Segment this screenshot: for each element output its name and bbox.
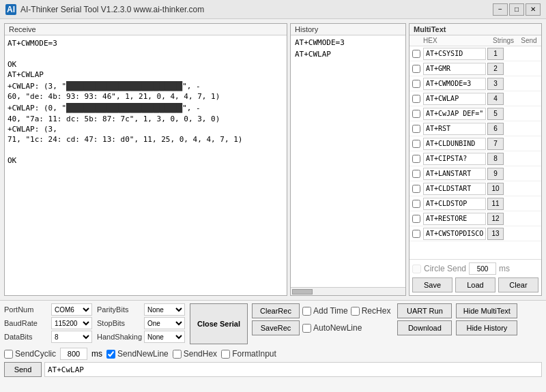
mt-send-btn-1[interactable]: 1 — [487, 48, 504, 60]
scrollbar-thumb — [292, 289, 313, 295]
parity-select[interactable]: None — [144, 303, 185, 316]
multitext-rows: 1 2 3 4 5 — [410, 46, 541, 259]
list-item[interactable]: AT+CWLAP — [292, 48, 404, 60]
mt-send-btn-11[interactable]: 11 — [487, 198, 504, 210]
mt-hex-checkbox-7[interactable] — [412, 140, 420, 148]
history-scrollbar[interactable] — [291, 287, 405, 295]
app-icon: AI — [5, 4, 16, 15]
autonewline-label: AutoNewLine — [302, 320, 362, 335]
mt-hex-checkbox-12[interactable] — [412, 215, 420, 223]
hide-multitext-button[interactable]: Hide MultiText — [456, 303, 517, 318]
mt-hex-checkbox-10[interactable] — [412, 185, 420, 193]
mt-input-13[interactable] — [423, 228, 486, 240]
mt-row: 13 — [410, 226, 541, 241]
close-serial-button[interactable]: Close Serial — [190, 303, 248, 344]
receive-panel-title: Receive — [5, 24, 287, 35]
left-params2: ParityBits None StopBits One HandShaking… — [97, 303, 186, 343]
autonewline-checkbox[interactable] — [302, 324, 311, 333]
mt-hex-checkbox-11[interactable] — [412, 200, 420, 208]
mt-row: 8 — [410, 151, 541, 166]
maximize-button[interactable]: □ — [509, 3, 524, 16]
title-bar: AI AI-Thinker Serial Tool V1.2.3.0 www.a… — [0, 0, 546, 19]
rechex-checkbox[interactable] — [351, 307, 360, 316]
mt-input-8[interactable] — [423, 153, 486, 165]
circle-send-input[interactable] — [469, 262, 496, 275]
left-params: PortNum COM6 BaudRate 115200 DataBits 8 — [4, 303, 93, 343]
circle-send-row: Circle Send ms — [412, 262, 538, 275]
close-button[interactable]: ✕ — [526, 3, 541, 16]
mt-input-7[interactable] — [423, 138, 486, 150]
uart-run-button[interactable]: UART Run — [397, 303, 452, 318]
sendcyclic-checkbox[interactable] — [4, 350, 13, 359]
mt-send-btn-3[interactable]: 3 — [487, 78, 504, 90]
stopbits-label: StopBits — [97, 319, 141, 327]
mt-row: 3 — [410, 76, 541, 91]
clear-button[interactable]: Clear — [498, 277, 538, 292]
portnum-label: PortNum — [4, 305, 48, 314]
mt-send-btn-12[interactable]: 12 — [487, 213, 504, 225]
sendnewline-checkbox[interactable] — [106, 350, 115, 359]
mt-send-btn-6[interactable]: 6 — [487, 123, 504, 135]
stopbits-select[interactable]: One — [144, 317, 185, 329]
download-button[interactable]: Download — [397, 320, 452, 335]
mt-hex-checkbox-13[interactable] — [412, 230, 420, 238]
sendhex-checkbox[interactable] — [173, 350, 182, 359]
handshaking-select[interactable]: None — [144, 331, 185, 343]
mt-input-3[interactable] — [423, 78, 486, 90]
mt-input-10[interactable] — [423, 183, 486, 195]
multitext-col-headers: HEX Strings Send — [410, 35, 541, 46]
history-list: AT+CWMODE=3 AT+CWLAP — [291, 35, 405, 287]
receive-panel: Receive AT+CWMODE=3 OK AT+CWLAP +CWLAP: … — [4, 23, 287, 296]
minimize-button[interactable]: − — [493, 3, 508, 16]
mt-send-btn-9[interactable]: 9 — [487, 168, 504, 180]
cyclic-ms-input[interactable] — [60, 348, 87, 360]
mt-input-5[interactable] — [423, 108, 486, 120]
handshaking-row: HandShaking None — [97, 331, 186, 343]
send-button[interactable]: Send — [4, 362, 42, 377]
mt-send-btn-2[interactable]: 2 — [487, 63, 504, 75]
formatinput-checkbox[interactable] — [221, 350, 230, 359]
mt-input-6[interactable] — [423, 123, 486, 135]
mt-hex-checkbox-1[interactable] — [412, 50, 420, 58]
mt-hex-checkbox-3[interactable] — [412, 80, 420, 88]
svg-text:AI: AI — [7, 5, 15, 14]
mt-send-btn-10[interactable]: 10 — [487, 183, 504, 195]
mt-send-btn-4[interactable]: 4 — [487, 93, 504, 105]
mt-hex-checkbox-4[interactable] — [412, 95, 420, 103]
send-input[interactable] — [44, 362, 542, 377]
mt-row: 6 — [410, 121, 541, 136]
addtime-checkbox[interactable] — [302, 307, 311, 316]
mt-input-1[interactable] — [423, 48, 486, 60]
circle-send-unit: ms — [499, 264, 510, 273]
controls-row2: SendCyclic ms SendNewLine SendHex Format… — [4, 348, 542, 360]
hide-buttons: Hide MultiText Hide History — [456, 303, 517, 335]
load-button[interactable]: Load — [455, 277, 495, 292]
saverec-button[interactable]: SaveRec — [252, 320, 300, 335]
mt-input-12[interactable] — [423, 213, 486, 225]
mt-send-btn-5[interactable]: 5 — [487, 108, 504, 120]
hide-history-button[interactable]: Hide History — [456, 320, 517, 335]
mt-hex-checkbox-6[interactable] — [412, 125, 420, 133]
clearrec-button[interactable]: ClearRec — [252, 303, 300, 318]
mt-hex-checkbox-8[interactable] — [412, 155, 420, 163]
list-item[interactable]: AT+CWMODE=3 — [292, 37, 404, 48]
mt-input-11[interactable] — [423, 198, 486, 210]
mt-hex-checkbox-2[interactable] — [412, 65, 420, 73]
mt-input-2[interactable] — [423, 63, 486, 75]
mt-input-9[interactable] — [423, 168, 486, 180]
mt-hex-checkbox-9[interactable] — [412, 170, 420, 178]
mt-hex-checkbox-5[interactable] — [412, 110, 420, 118]
mt-input-4[interactable] — [423, 93, 486, 105]
handshaking-label: HandShaking — [97, 333, 141, 341]
databits-row: DataBits 8 — [4, 331, 93, 343]
save-button[interactable]: Save — [412, 277, 452, 292]
circle-send-checkbox[interactable] — [412, 265, 421, 273]
mt-send-btn-7[interactable]: 7 — [487, 138, 504, 150]
formatinput-label: FormatInput — [221, 349, 276, 359]
mt-send-btn-13[interactable]: 13 — [487, 228, 504, 240]
baudrate-select[interactable]: 115200 — [51, 317, 92, 329]
databits-select[interactable]: 8 — [51, 331, 92, 343]
portnum-select[interactable]: COM6 — [51, 303, 92, 316]
mt-row: 12 — [410, 211, 541, 226]
mt-send-btn-8[interactable]: 8 — [487, 153, 504, 165]
